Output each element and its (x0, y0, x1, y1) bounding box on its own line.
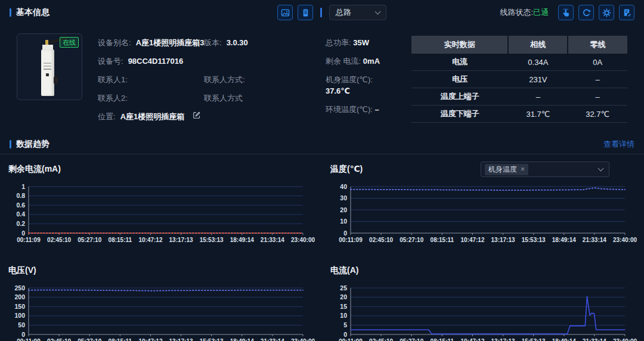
device-knob-art (54, 77, 58, 83)
svg-text:02:45:10: 02:45:10 (47, 237, 71, 243)
svg-text:0.8: 0.8 (16, 192, 25, 199)
edit-location-button[interactable] (193, 111, 201, 119)
device-fields: 设备别名: A座1楼照明插座箱3 版本: 3.0.30 设备号: 98CC4D1… (98, 33, 310, 129)
svg-text:18:49:14: 18:49:14 (552, 237, 576, 243)
field-version: 版本: 3.0.30 (204, 37, 310, 48)
temperature-series-select[interactable]: 机身温度 × (481, 162, 609, 177)
settings-button[interactable] (599, 5, 614, 20)
edit-pencil-icon (193, 112, 201, 121)
page-title: 基本信息 (10, 7, 49, 18)
svg-text:23:40:00: 23:40:00 (613, 237, 637, 243)
svg-text:23:40:00: 23:40:00 (291, 237, 315, 243)
svg-text:10:47:12: 10:47:12 (138, 338, 162, 341)
circuit-select[interactable]: 总路 (329, 5, 386, 20)
svg-text:05:27:10: 05:27:10 (400, 338, 423, 341)
svg-text:10: 10 (340, 218, 347, 225)
line-status-value: 已通 (533, 8, 549, 17)
residual-current-chart: 剩余电流(mA) 00.20.40.60.8100:11:0902:45:100… (0, 154, 322, 246)
header-middle-group: 总路 (277, 5, 386, 20)
chart-canvas-wrap: 051015202500:11:0902:45:1005:27:1008:15:… (330, 286, 644, 341)
device-button-art (46, 73, 49, 76)
chart-canvas: 051015202500:11:0902:45:1005:27:1008:15:… (330, 286, 631, 341)
image-view-button[interactable] (277, 5, 293, 20)
header: 基本信息 总路 (0, 0, 644, 25)
field-device-id: 设备号: 98CC4D117016 (98, 55, 310, 67)
svg-text:100: 100 (14, 312, 25, 319)
field-contact1-phone: 联系人方式: (204, 74, 310, 85)
svg-text:23:40:00: 23:40:00 (613, 338, 637, 341)
stat-total-power: 总功率: 35W (326, 37, 396, 48)
svg-text:0.4: 0.4 (16, 210, 25, 218)
svg-text:00:11:09: 00:11:09 (17, 237, 41, 243)
svg-text:08:15:11: 08:15:11 (109, 338, 132, 341)
svg-text:21:33:14: 21:33:14 (583, 338, 606, 341)
svg-text:02:45:10: 02:45:10 (47, 338, 71, 341)
circuit-select-value: 总路 (336, 7, 351, 18)
field-contact1: 联系人1: (98, 74, 204, 85)
svg-text:08:15:11: 08:15:11 (109, 237, 132, 243)
title-accent-bar (10, 140, 11, 148)
device-body-art (41, 49, 54, 96)
svg-text:13:17:13: 13:17:13 (491, 237, 515, 243)
svg-text:0: 0 (343, 230, 347, 237)
refresh-icon (582, 8, 591, 17)
field-contact2: 联系人2: (98, 92, 204, 104)
stat-body-temperature: 机身温度(℃): 37.6℃ (326, 74, 396, 97)
trend-title: 数据趋势 (10, 139, 49, 150)
svg-text:13:17:13: 13:17:13 (491, 338, 515, 341)
stat-residual-current: 剩余 电流: 0mA (326, 55, 396, 67)
svg-text:21:33:14: 21:33:14 (261, 237, 284, 243)
voltage-chart: 电压(V) 05010015020025000:11:0902:45:1005:… (0, 246, 322, 341)
svg-text:25: 25 (340, 284, 347, 292)
refresh-button[interactable] (578, 5, 594, 20)
svg-text:250: 250 (14, 284, 25, 292)
svg-text:00:11:09: 00:11:09 (17, 338, 41, 341)
touch-icon (562, 8, 571, 17)
device-image-card: 在线 (17, 33, 82, 100)
view-details-link[interactable]: 查看详情 (603, 139, 634, 150)
chart-canvas-wrap: 01020304000:11:0902:45:1005:27:1008:15:1… (330, 184, 644, 246)
chart-title: 电压(V) (8, 265, 36, 276)
chart-canvas-wrap: 00.20.40.60.8100:11:0902:45:1005:27:1008… (8, 184, 322, 246)
svg-text:08:15:11: 08:15:11 (431, 338, 454, 341)
field-contact2-phone: 联系人方式 (204, 92, 310, 104)
header-right-group: 线路状态:已通 (500, 5, 634, 20)
svg-text:200: 200 (14, 293, 25, 300)
svg-text:150: 150 (14, 303, 25, 310)
table-row: 温度上端子 – – (411, 88, 627, 106)
svg-text:10: 10 (340, 312, 347, 319)
log-edit-button[interactable] (619, 5, 634, 20)
chevron-down-icon (375, 9, 381, 15)
device-view-button[interactable] (298, 5, 313, 20)
realtime-table-wrap: 实时数据 相线 零线 电流 0.34A 0A 电压 231V – 温度上端子 (411, 33, 627, 129)
stat-ambient-temperature: 环境温度(℃): – (326, 104, 396, 115)
svg-text:15:53:13: 15:53:13 (200, 338, 224, 341)
svg-text:0: 0 (343, 331, 347, 338)
col-phase-line: 相线 (508, 36, 568, 54)
table-row: 电压 231V – (411, 71, 627, 88)
svg-text:13:17:13: 13:17:13 (169, 237, 193, 243)
svg-text:0: 0 (21, 331, 25, 338)
svg-text:18:49:14: 18:49:14 (230, 237, 254, 243)
device-led-art (44, 63, 51, 64)
line-status-label: 线路状态: (500, 8, 533, 17)
temp-filter-tag: 机身温度 × (485, 164, 528, 175)
svg-text:02:45:10: 02:45:10 (369, 237, 393, 243)
charts-grid: 剩余电流(mA) 00.20.40.60.8100:11:0902:45:100… (0, 154, 644, 341)
tag-close-icon[interactable]: × (521, 166, 525, 173)
svg-text:15:53:13: 15:53:13 (522, 338, 546, 341)
svg-text:00:11:09: 00:11:09 (339, 237, 363, 243)
chart-canvas-wrap: 05010015020025000:11:0902:45:1005:27:100… (8, 286, 322, 341)
section-divider-bar (320, 8, 322, 17)
title-accent-bar (10, 8, 11, 17)
touch-control-button[interactable] (558, 5, 574, 20)
chart-canvas: 01020304000:11:0902:45:1005:27:1008:15:1… (330, 184, 631, 244)
log-edit-icon (623, 8, 631, 17)
page-title-text: 基本信息 (16, 7, 49, 18)
svg-text:0.2: 0.2 (16, 220, 25, 227)
chevron-down-icon (598, 166, 604, 172)
current-chart: 电流(A) 051015202500:11:0902:45:1005:27:10… (322, 246, 644, 341)
svg-text:13:17:13: 13:17:13 (169, 338, 193, 341)
table-row: 电流 0.34A 0A (411, 54, 627, 71)
col-neutral-line: 零线 (568, 36, 627, 54)
